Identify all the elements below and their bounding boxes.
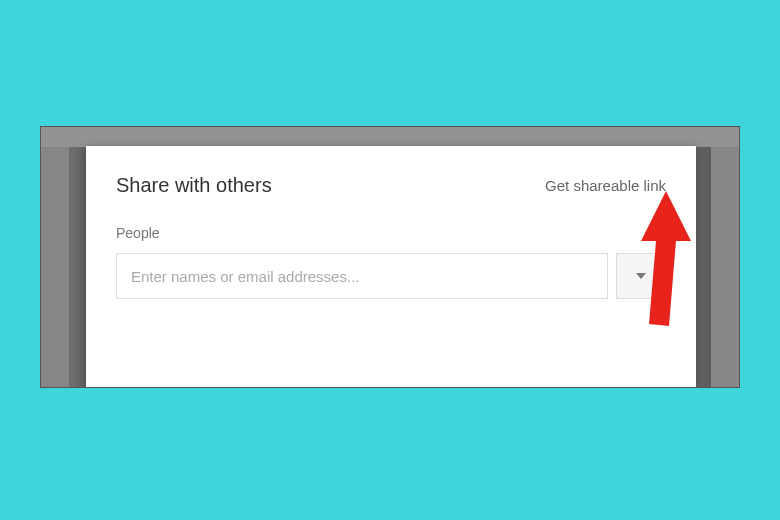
permission-dropdown[interactable]	[616, 253, 666, 299]
chevron-down-icon	[636, 273, 646, 279]
people-input[interactable]	[116, 253, 608, 299]
share-dialog: Share with others Get shareable link Peo…	[86, 146, 696, 388]
dialog-title: Share with others	[116, 174, 272, 197]
dialog-header: Share with others Get shareable link	[116, 174, 666, 197]
input-row	[116, 253, 666, 299]
get-shareable-link[interactable]: Get shareable link	[545, 177, 666, 194]
browser-window: Share with others Get shareable link Peo…	[40, 126, 740, 388]
people-label: People	[116, 225, 666, 241]
